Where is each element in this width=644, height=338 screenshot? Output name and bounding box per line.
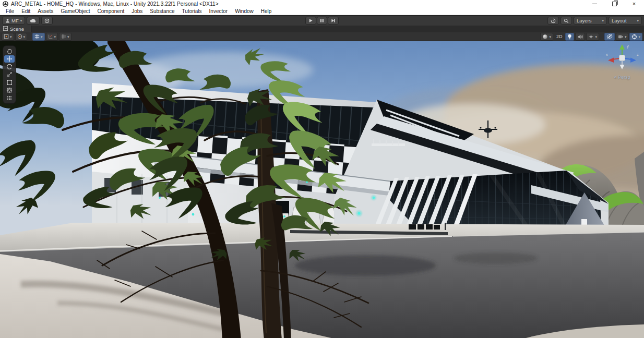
layout-label: Layout [612,18,627,23]
close-button[interactable]: × [624,0,644,8]
scene-tab[interactable]: Scene [0,26,32,32]
restore-button[interactable] [604,0,624,8]
search-button[interactable] [560,17,572,25]
scene-visibility-button[interactable] [604,33,615,41]
scene-tab-icon [3,26,8,32]
scale-tool-icon [6,71,13,78]
effects-button[interactable]: ▾ [586,33,599,41]
titlebar: ARC_METAL - HOME_HQ - Windows, Mac, Linu… [0,0,644,8]
scene-view-toolbar: ▾ ▾ ▾ ▾ ▾ ▾ [0,32,644,41]
visibility-icon [606,34,613,39]
menu-file[interactable]: File [2,8,18,14]
account-button[interactable]: MF ▾ [2,17,25,25]
pause-icon [320,18,324,23]
move-tool[interactable] [4,55,15,63]
ground [0,223,644,338]
audio-icon [577,34,583,40]
play-icon [308,18,313,23]
view-hand-tool[interactable] [4,47,15,55]
step-button[interactable] [328,17,339,25]
snap-settings-button[interactable]: ▾ [59,33,71,41]
rotation-global-icon [17,34,22,39]
menu-edit[interactable]: Edit [18,8,34,14]
menu-jobs[interactable]: Jobs [128,8,146,14]
hand-tool-icon [6,48,13,54]
chevron-down-icon: ▾ [54,35,56,39]
layout-dropdown[interactable]: Layout ▾ [609,17,642,25]
rect-tool-icon [6,79,13,86]
move-tool-icon [6,56,13,62]
menu-component[interactable]: Component [94,8,128,14]
gizmos-icon [631,34,637,40]
shading-mode-button[interactable]: ▾ [540,33,553,41]
axis-gizmo-icon[interactable]: x y z [604,42,640,75]
scene-tab-label: Scene [10,26,24,32]
undo-history-button[interactable] [547,17,559,25]
main-toolbar: MF ▾ [0,15,644,26]
increment-snap-button[interactable]: ▾ [46,33,58,41]
scene-render [0,41,644,338]
menu-invector[interactable]: Invector [206,8,232,14]
layers-label: Layers [577,18,592,23]
lighting-icon [567,34,572,40]
tools-overlay [3,45,16,104]
rotate-tool-icon [6,64,13,70]
menu-assets[interactable]: Assets [34,8,57,14]
shading-mode-icon [542,34,548,40]
increment-snap-icon [48,34,53,39]
cloud-button[interactable] [27,17,40,25]
projection-mode-label[interactable]: < Persp [603,75,641,80]
custom-editor-tool[interactable] [4,94,15,102]
mode-2d-label: 2D [556,34,563,39]
orientation-gizmo[interactable]: x y z < Persp [603,42,641,80]
effects-icon [588,34,594,40]
snap-settings-icon [61,34,66,39]
chevron-down-icon: ▾ [638,35,640,39]
scene-lighting-button[interactable] [565,33,574,41]
gizmos-button[interactable]: ▾ [629,33,642,41]
minimize-button[interactable] [585,0,604,8]
play-button[interactable] [305,17,316,25]
menu-gameobject[interactable]: GameObject [57,8,93,14]
chevron-down-icon: ▾ [637,19,639,22]
unity-editor-window: ARC_METAL - HOME_HQ - Windows, Mac, Linu… [0,0,644,338]
chevron-down-icon: ▾ [67,35,69,39]
audio-button[interactable] [575,33,585,41]
rotate-tool[interactable] [4,63,15,70]
menu-window[interactable]: Window [231,8,257,14]
search-icon [564,18,569,23]
rect-tool[interactable] [4,79,15,86]
tool-settings-rotation-button[interactable]: ▾ [15,33,28,41]
scene-viewport[interactable]: x y z < Persp [0,41,644,338]
grid-snapping-button[interactable]: ▾ [32,33,45,41]
tool-settings-pivot-button[interactable]: ▾ [2,33,14,41]
chevron-down-icon: ▾ [23,35,26,39]
axis-z-label: z [637,52,639,57]
scale-tool[interactable] [4,71,15,78]
chevron-down-icon: ▾ [10,35,12,39]
version-control-icon [44,18,50,23]
layers-dropdown[interactable]: Layers ▾ [574,17,607,25]
menu-help[interactable]: Help [257,8,276,14]
custom-tool-icon [6,95,13,101]
menubar: File Edit Assets GameObject Component Jo… [0,8,644,15]
mode-2d-button[interactable]: 2D [554,33,565,41]
chevron-down-icon: ▾ [602,19,604,22]
version-control-button[interactable] [41,17,53,25]
chevron-down-icon: ▾ [20,19,22,22]
chevron-down-icon: ▾ [595,35,597,39]
step-icon [331,18,336,23]
menu-substance[interactable]: Substance [146,8,178,14]
pause-button[interactable] [317,17,327,25]
menu-tutorials[interactable]: Tutorials [178,8,206,14]
window-title: ARC_METAL - HOME_HQ - Windows, Mac, Linu… [11,1,219,7]
unity-logo-icon [3,1,8,7]
undo-history-icon [551,18,556,23]
account-label: MF [11,18,19,23]
transform-tool[interactable] [4,87,15,94]
chevron-down-icon: ▾ [625,35,627,39]
camera-settings-button[interactable]: ▾ [616,33,629,41]
axis-x-label: x [606,52,608,57]
tabbar: Scene [0,26,644,32]
chevron-down-icon: ▾ [41,35,43,39]
